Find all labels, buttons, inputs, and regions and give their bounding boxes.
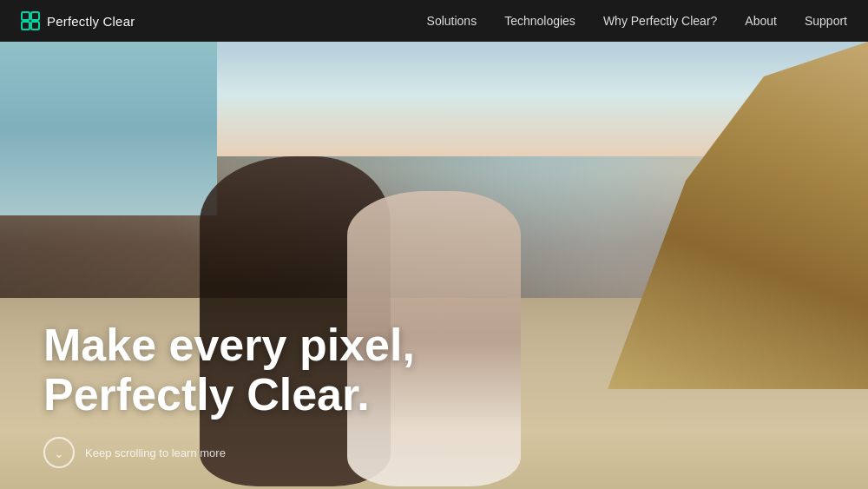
hero-headline-line2: Perfectly Clear. [43, 369, 370, 420]
brand-logo-link[interactable]: Perfectly Clear [21, 11, 135, 30]
scroll-circle: ⌄ [43, 437, 75, 468]
nav-why[interactable]: Why Perfectly Clear? [603, 14, 717, 28]
people-area [0, 87, 868, 489]
navbar: Perfectly Clear Solutions Technologies W… [0, 0, 868, 42]
svg-rect-1 [31, 12, 39, 20]
chevron-down-icon: ⌄ [54, 446, 64, 460]
svg-rect-2 [22, 22, 30, 30]
scroll-label: Keep scrolling to learn more [85, 446, 226, 459]
svg-rect-3 [31, 22, 39, 30]
brand-name: Perfectly Clear [47, 14, 135, 29]
nav-about[interactable]: About [745, 14, 777, 28]
nav-technologies[interactable]: Technologies [504, 14, 575, 28]
hero-headline: Make every pixel, Perfectly Clear. [43, 320, 415, 420]
nav-links: Solutions Technologies Why Perfectly Cle… [427, 14, 847, 28]
nav-solutions[interactable]: Solutions [427, 14, 477, 28]
scroll-indicator[interactable]: ⌄ Keep scrolling to learn more [43, 437, 226, 468]
hero-content: Make every pixel, Perfectly Clear. [43, 320, 415, 420]
page-wrapper: Perfectly Clear Solutions Technologies W… [0, 0, 868, 489]
svg-rect-0 [22, 12, 30, 20]
brand-icon [21, 11, 40, 30]
hero-headline-line1: Make every pixel, [43, 320, 415, 370]
nav-support[interactable]: Support [805, 14, 847, 28]
